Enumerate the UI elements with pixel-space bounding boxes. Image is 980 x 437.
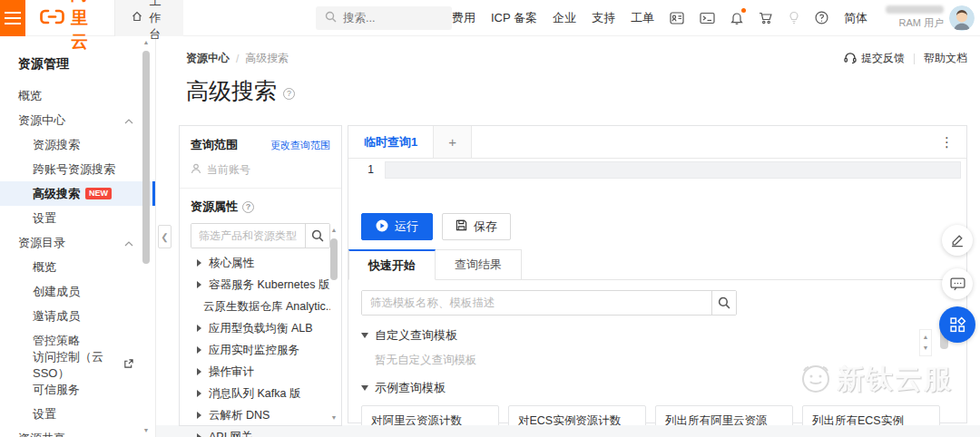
bulb-icon[interactable]: [789, 11, 799, 24]
scroll-up-icon[interactable]: ▲: [923, 333, 929, 342]
tree-item-arms[interactable]: 应用实时监控服务: [191, 339, 330, 361]
template-card-list-ecs[interactable]: 列出所有ECS实例 返回所有有权限的ECS实例资...: [802, 405, 940, 425]
help-icon[interactable]: [815, 11, 828, 24]
chevron-up-icon: [124, 236, 133, 249]
scroll-down-icon[interactable]: ▼: [331, 413, 338, 422]
feedback-chat-fab-button[interactable]: [942, 268, 973, 299]
attr-help-icon[interactable]: [242, 201, 254, 213]
caret-right-icon: [196, 281, 201, 288]
id-card-icon[interactable]: [670, 12, 684, 24]
sidebar: 资源管理 概览 资源中心 资源搜索 跨账号资源搜索 高级搜索 NEW 设置 资源…: [0, 36, 156, 437]
sidebar-item-invite-member[interactable]: 邀请成员: [0, 304, 155, 328]
username-redacted: [886, 5, 944, 14]
tree-item-dns[interactable]: 云解析 DNS: [191, 404, 330, 426]
user-info[interactable]: RAM 用户: [886, 5, 944, 30]
template-cards: 对阿里云资源计数 返回有权限的资源总数 对ECS实例资源计数 返回有权限的ECS…: [361, 405, 954, 425]
sidebar-item-create-member[interactable]: 创建成员: [0, 279, 155, 304]
sidebar-item-advanced-search[interactable]: 高级搜索 NEW: [0, 181, 155, 206]
change-scope-link[interactable]: 更改查询范围: [270, 139, 330, 152]
save-button[interactable]: 保存: [442, 213, 511, 240]
cart-icon[interactable]: [759, 12, 773, 24]
sidebar-item-resource-search[interactable]: 资源搜索: [0, 132, 155, 157]
sidebar-item-cross-account-search[interactable]: 跨账号资源搜索: [0, 157, 155, 181]
scroll-down-icon[interactable]: ▼: [143, 426, 150, 435]
widgets-fab-button[interactable]: [939, 306, 975, 343]
template-card-list-resources[interactable]: 列出所有阿里云资源 返回所有有权限的资源，并按...: [655, 405, 793, 425]
aliyun-logo[interactable]: 阿里云: [25, 0, 114, 53]
chat-icon: [950, 277, 965, 291]
language-switch[interactable]: 简体: [844, 10, 867, 26]
query-tab-temp1[interactable]: 临时查询1: [348, 126, 434, 158]
content-mini-scrollbar[interactable]: ▲ ▼: [919, 329, 932, 356]
tree-item-kafka[interactable]: 消息队列 Kafka 版: [191, 383, 330, 404]
tree-scrollbar[interactable]: ▲ ▼: [328, 226, 339, 422]
pencil-icon: [950, 233, 965, 248]
sidebar-group-resource-sharing[interactable]: 资源共享: [0, 426, 155, 437]
tree-item-ack[interactable]: 容器服务 Kubernetes 版: [191, 274, 330, 296]
tree-item-actiontrail[interactable]: 操作审计: [191, 361, 330, 383]
nav-billing[interactable]: 费用: [452, 10, 475, 26]
sidebar-item-settings[interactable]: 设置: [0, 206, 155, 230]
sidebar-item-rd-settings[interactable]: 设置: [0, 402, 155, 426]
scroll-down-icon[interactable]: ▼: [923, 344, 929, 353]
custom-template-empty: 暂无自定义查询模板: [375, 353, 954, 368]
edit-fab-button[interactable]: [942, 225, 973, 256]
sql-editor: 1: [348, 159, 966, 208]
sidebar-group-resource-center[interactable]: 资源中心: [0, 108, 155, 132]
bell-icon[interactable]: [730, 11, 743, 24]
hamburger-menu-button[interactable]: [0, 0, 25, 36]
nav-enterprise[interactable]: 企业: [553, 10, 576, 26]
sidebar-item-overview[interactable]: 概览: [0, 83, 155, 108]
sidebar-scroll-thumb[interactable]: [142, 51, 150, 264]
sidebar-group-resource-directory[interactable]: 资源目录: [0, 230, 155, 255]
result-tab-bar: 快速开始 查询结果: [348, 249, 966, 280]
product-filter-input[interactable]: [191, 224, 305, 248]
more-menu-icon[interactable]: ⋮: [940, 134, 954, 151]
terminal-icon[interactable]: [700, 12, 715, 24]
global-search[interactable]: [316, 6, 452, 30]
feedback-link[interactable]: 提交反馈: [844, 51, 905, 66]
tab-quick-start[interactable]: 快速开始: [348, 249, 436, 280]
help-doc-link[interactable]: 帮助文档: [924, 51, 967, 66]
custom-template-section[interactable]: 自定义查询模板: [361, 327, 954, 344]
sidebar-scrollbar[interactable]: ▲ ▼: [141, 38, 152, 435]
sidebar-collapse-handle[interactable]: ❮: [158, 225, 172, 248]
editor-current-line[interactable]: [385, 161, 961, 179]
tab-query-result[interactable]: 查询结果: [436, 249, 522, 279]
nav-icp[interactable]: ICP 备案: [491, 10, 537, 26]
template-filter-input[interactable]: [362, 291, 711, 315]
caret-right-icon: [196, 259, 201, 267]
run-button[interactable]: 运行: [361, 213, 433, 240]
tree-item-analyticdb[interactable]: 云原生数据仓库 Analytic...: [191, 296, 330, 317]
tree-item-alb[interactable]: 应用型负载均衡 ALB: [191, 317, 330, 339]
title-help-icon[interactable]: [283, 88, 295, 100]
template-card-count-ecs[interactable]: 对ECS实例资源计数 返回有权限的ECS实例总数: [508, 405, 646, 425]
query-editor-panel: 临时查询1 + ⋮ 1 运行 保存: [348, 125, 967, 423]
user-role-label: RAM 用户: [899, 16, 945, 30]
sidebar-item-cloud-sso[interactable]: 访问控制（云SSO）: [0, 353, 155, 377]
scroll-up-icon[interactable]: ▲: [331, 226, 338, 235]
sidebar-item-trusted-service[interactable]: 可信服务: [0, 377, 155, 402]
editor-toolbar: 运行 保存: [348, 208, 966, 249]
sample-template-section[interactable]: 示例查询模板: [361, 380, 954, 396]
sidebar-item-rd-overview[interactable]: 概览: [0, 255, 155, 279]
quick-start-content: 自定义查询模板 暂无自定义查询模板 示例查询模板 对阿里云资源计数 返回有权限的…: [348, 280, 966, 425]
workbench-button[interactable]: 工作台: [114, 0, 183, 36]
nav-ticket[interactable]: 工单: [631, 10, 654, 26]
global-search-input[interactable]: [343, 12, 443, 24]
divider: [180, 188, 341, 189]
editor-code-area[interactable]: [385, 161, 966, 208]
tree-item-api-gateway[interactable]: API 网关: [191, 426, 330, 437]
nav-support[interactable]: 支持: [592, 10, 615, 26]
template-card-count-resources[interactable]: 对阿里云资源计数 返回有权限的资源总数: [361, 405, 499, 425]
breadcrumb-resource-center[interactable]: 资源中心: [186, 51, 230, 66]
avatar[interactable]: [949, 5, 975, 31]
template-filter-search-button[interactable]: [711, 291, 736, 315]
product-filter-search-button[interactable]: [305, 224, 329, 248]
add-query-tab-button[interactable]: +: [434, 126, 472, 158]
caret-down-icon: [361, 385, 368, 391]
tree-item-core-attributes[interactable]: 核心属性: [191, 252, 330, 274]
play-icon: [376, 219, 388, 235]
tree-scroll-thumb[interactable]: [330, 238, 338, 280]
line-number: 1: [348, 161, 385, 208]
